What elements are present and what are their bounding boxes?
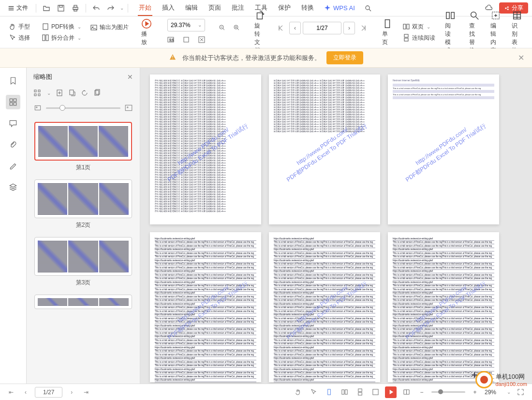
svg-rect-32 — [404, 38, 408, 41]
zoom-dropdown[interactable]: ⌄ — [507, 389, 511, 395]
play-button[interactable]: 播放 — [136, 16, 157, 48]
tab-start[interactable]: 开始 — [138, 0, 152, 16]
target-icon — [475, 371, 493, 388]
rotate-page-icon[interactable] — [81, 89, 89, 97]
sidebar-signature[interactable] — [6, 159, 20, 173]
nav-prev[interactable]: ‹ — [289, 22, 301, 34]
page-input[interactable] — [303, 22, 341, 34]
svg-rect-47 — [14, 103, 16, 105]
fit-width-icon[interactable]: 1:1 — [164, 33, 177, 46]
nav-next[interactable]: › — [66, 387, 77, 398]
svg-rect-11 — [43, 35, 45, 41]
thumbs-size-slider[interactable] — [46, 107, 120, 109]
dropdown-icon[interactable]: ⌄ — [120, 5, 124, 11]
view-single-icon[interactable] — [323, 386, 335, 398]
hand-icon[interactable] — [292, 386, 304, 398]
zoom-readout: 29% — [485, 389, 502, 396]
thumb-page-4[interactable] — [34, 295, 132, 309]
nav-last[interactable]: ⇥ — [81, 387, 91, 398]
document-viewer[interactable]: 序号 域名 级别 标签 更新方式 目录购买 自动 13个字符 比赛 自动购买类 … — [140, 68, 532, 384]
zoom-input[interactable]: ⌄ — [167, 19, 205, 31]
add-page-icon[interactable] — [56, 89, 63, 97]
thumb-page-3[interactable]: 第3页 — [34, 237, 132, 287]
sidebar-thumbnails[interactable] — [6, 95, 20, 109]
search-icon[interactable] — [362, 2, 374, 15]
nav-first-icon[interactable] — [275, 22, 287, 34]
status-page[interactable]: 1/27 — [35, 387, 62, 398]
chevron-down-icon[interactable]: ⌄ — [198, 22, 202, 28]
svg-rect-30 — [407, 24, 409, 29]
svg-rect-65 — [358, 389, 362, 392]
thumb-page-2[interactable]: 第2页 — [34, 179, 132, 229]
document-page: 序号 域名 级别 标签 更新方式 目录购买 自动 13个字符 比赛 自动购买类 … — [150, 74, 261, 224]
svg-rect-50 — [34, 94, 36, 96]
view-double-icon[interactable] — [339, 386, 350, 398]
tab-page[interactable]: 页面 — [207, 0, 222, 16]
sidebar-attachments[interactable] — [6, 137, 20, 152]
sidebar-comments[interactable] — [6, 116, 20, 131]
nav-prev[interactable]: ‹ — [20, 387, 31, 398]
select-icon[interactable] — [308, 386, 319, 398]
document-page: https://bookmarks.reviews/on-writing-gri… — [269, 232, 380, 382]
fit-page-icon[interactable] — [180, 33, 192, 46]
thumbnails-panel: 缩略图 ✕ ⌄ 第1页 第2页 — [27, 68, 140, 384]
fit-icon[interactable] — [369, 386, 381, 398]
nav-first[interactable]: ⇤ — [6, 387, 16, 398]
thumb-page-1[interactable]: 第1页 — [34, 122, 132, 172]
translate-icon[interactable]: A文 — [530, 33, 532, 45]
zoom-slider[interactable] — [431, 391, 465, 393]
sidebar-bookmark[interactable] — [6, 74, 20, 88]
view-continuous-icon[interactable] — [354, 386, 366, 398]
thumbs-list[interactable]: 第1页 第2页 第3页 — [27, 118, 140, 384]
select-tool[interactable]: 选择 — [7, 33, 32, 43]
divider — [36, 4, 36, 13]
zoom-field[interactable] — [171, 22, 194, 29]
zoom-in-icon[interactable] — [230, 21, 243, 34]
tab-annotate[interactable]: 批注 — [231, 0, 245, 16]
copy-icon[interactable] — [93, 89, 101, 97]
tab-edit[interactable]: 编辑 — [184, 0, 199, 16]
export-image[interactable]: 输出为图片 — [88, 22, 131, 32]
actual-size-icon[interactable] — [195, 33, 208, 46]
undo-icon[interactable] — [90, 2, 103, 15]
notification-bar: 你当前处于访客状态，登录激活更多功能和服务。 立即登录 ✕ — [0, 48, 532, 68]
hand-tool[interactable]: 手型 — [7, 22, 32, 32]
play-status-icon[interactable] — [385, 386, 397, 398]
tab-protect[interactable]: 保护 — [277, 0, 292, 16]
redo-icon[interactable] — [104, 2, 117, 15]
svg-rect-64 — [345, 390, 347, 394]
pdf-convert[interactable]: PDF转换⌄ — [40, 22, 83, 32]
grid-icon[interactable] — [33, 89, 41, 97]
zoom-out-icon[interactable] — [216, 21, 228, 34]
svg-rect-4 — [59, 5, 62, 7]
zoom-out-status[interactable]: − — [416, 386, 428, 398]
nav-next[interactable]: › — [343, 22, 355, 34]
svg-line-26 — [237, 29, 239, 30]
nav-last-icon[interactable] — [357, 22, 369, 34]
text-tool-icon[interactable]: 词 — [530, 19, 532, 32]
open-icon[interactable] — [40, 2, 53, 15]
svg-rect-48 — [34, 90, 36, 92]
svg-point-59 — [36, 107, 37, 108]
wps-ai[interactable]: WPS AI — [324, 4, 355, 12]
single-page[interactable]: 单页 — [377, 16, 398, 48]
svg-point-33 — [471, 12, 476, 17]
tab-insert[interactable]: 插入 — [161, 0, 176, 16]
sidebar-layers[interactable] — [6, 180, 20, 194]
login-button[interactable]: 立即登录 — [326, 51, 363, 64]
close-icon[interactable]: ✕ — [127, 73, 133, 81]
continuous-read[interactable]: 连续阅读 — [400, 33, 437, 43]
file-menu[interactable]: 文件 — [4, 2, 32, 14]
save-icon[interactable] — [55, 2, 67, 15]
double-page[interactable]: 双页⌄ — [400, 22, 437, 32]
read-icon[interactable] — [400, 386, 412, 398]
extract-icon[interactable] — [68, 89, 76, 97]
svg-point-61 — [127, 107, 128, 108]
close-icon[interactable]: ✕ — [518, 53, 524, 62]
ai-icon — [324, 4, 331, 12]
split-merge[interactable]: 拆分合并⌄ — [40, 33, 83, 43]
tab-convert[interactable]: 转换 — [300, 0, 315, 16]
svg-rect-18 — [184, 37, 189, 42]
print-icon[interactable] — [69, 2, 82, 15]
svg-rect-66 — [358, 392, 362, 395]
